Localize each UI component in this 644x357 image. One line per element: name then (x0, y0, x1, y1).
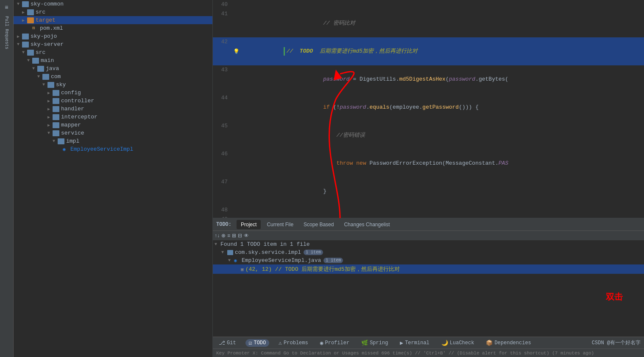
todo-file-label: EmployeeServiceImpl.java (242, 257, 321, 264)
spring-tab-label: Spring (370, 340, 388, 346)
todo-tree-content: Found 1 TODO item in 1 file com.sky.serv… (213, 240, 644, 337)
sidebar-item-com[interactable]: com (14, 73, 212, 81)
folder-icon (53, 98, 59, 104)
problems-icon: ⚠ (279, 340, 282, 346)
sidebar-label: mapper (61, 122, 81, 128)
tab-project[interactable]: Project (237, 220, 261, 229)
todo-item-entry[interactable]: ▣ (42, 12) // TODO 后期需要进行md5加密，然后再进行比对 (213, 264, 644, 274)
tab-current-file[interactable]: Current File (262, 220, 298, 229)
sort-button[interactable]: ↑↓ (215, 233, 220, 239)
line-content: // TODO 后期需要进行md5加密，然后再进行比对 (240, 37, 644, 65)
tab-spring[interactable]: 🌿 Spring (359, 339, 390, 347)
sidebar-item-interceptor[interactable]: interceptor (14, 113, 212, 121)
tab-todo[interactable]: ☑ TODO (245, 339, 270, 347)
line-gutter (232, 205, 240, 215)
sidebar-item-controller[interactable]: controller (14, 97, 212, 105)
sidebar-item-sky-server[interactable]: sky-server (14, 40, 212, 48)
expand-button[interactable]: ⊞ (232, 233, 236, 239)
sidebar-label: sky-common (31, 1, 64, 7)
sidebar-item-sky-pojo[interactable]: sky-pojo (14, 32, 212, 40)
group-button[interactable]: ≡ (227, 233, 230, 239)
sidebar-item-impl[interactable]: impl (14, 137, 212, 145)
tab-terminal[interactable]: ▶ Terminal (397, 339, 432, 347)
line-number: 46 (213, 149, 232, 177)
structure-icon[interactable]: ≡ (1, 2, 13, 14)
sidebar-item-handler[interactable]: handler (14, 105, 212, 113)
line-number: 49 (213, 215, 232, 218)
todo-toolbar: ↑↓ ⊕ ≡ ⊞ ⊟ 👁 (213, 231, 644, 240)
tab-problems[interactable]: ⚠ Problems (276, 339, 310, 347)
java-file-icon: ◉ (234, 258, 240, 264)
tree-arrow (27, 58, 32, 63)
todo-comment-text: // TODO 后期需要进行md5加密，然后再进行比对 (287, 48, 418, 54)
todo-package-item[interactable]: com.sky.service.impl 1 item (213, 248, 644, 256)
code-text: = DigestUtils. (350, 76, 399, 82)
tab-changes-changelist[interactable]: Changes Changelist (340, 220, 394, 229)
code-line-45: 45 //密码错误 (213, 121, 644, 149)
sidebar-item-sky[interactable]: sky (14, 81, 212, 89)
tree-arrow (17, 2, 22, 6)
java-file-icon: ◉ (63, 146, 69, 152)
folder-icon (22, 1, 29, 7)
code-text: .getBytes( (475, 76, 508, 82)
folder-icon (47, 82, 54, 88)
tab-luacheck[interactable]: 🌙 LuaCheck (439, 339, 477, 347)
changed-marker (284, 47, 285, 56)
line-gutter (232, 65, 240, 93)
sidebar-item-mapper[interactable]: mapper (14, 121, 212, 129)
todo-file-badge: 1 item (323, 258, 343, 263)
code-line-44: 44 if (!password.equals(employee.getPass… (213, 93, 644, 121)
project-sidebar: sky-common src target m pom.xml sky-pojo (14, 0, 213, 357)
tree-arrow (47, 98, 53, 104)
todo-panel: TODO: Project Current File Scope Based C… (213, 218, 644, 337)
collapse-button[interactable]: ⊟ (238, 233, 242, 239)
line-number: 43 (213, 65, 232, 93)
todo-tree-arrow (215, 242, 220, 247)
sidebar-label: pom.xml (40, 25, 63, 31)
sidebar-label: sky-server (31, 41, 64, 48)
sidebar-item-employee-service-impl[interactable]: ◉ EmployeeServiceImpl (14, 145, 212, 153)
tab-profiler[interactable]: ◉ Profiler (318, 339, 352, 347)
sidebar-label: java (46, 65, 59, 72)
tab-dependencies[interactable]: 📦 Dependencies (483, 339, 533, 347)
line-gutter (232, 93, 240, 121)
folder-icon (22, 42, 29, 48)
profiler-icon: ◉ (320, 340, 323, 346)
sidebar-label: interceptor (61, 114, 98, 120)
git-icon: ⎇ (219, 340, 225, 346)
code-line-46: 46 throw new PasswordErrorException(Mess… (213, 149, 644, 177)
sidebar-item-service[interactable]: service (14, 129, 212, 137)
sidebar-item-config[interactable]: config (14, 89, 212, 97)
code-view[interactable]: 40 41 // 密码比对 42 💡 (213, 0, 644, 218)
sidebar-label: src (36, 49, 45, 56)
line-gutter (232, 9, 240, 37)
folder-icon (27, 9, 34, 15)
folder-icon (42, 74, 49, 80)
pull-requests-icon[interactable]: Pull Requests (1, 14, 13, 51)
line-gutter (232, 177, 240, 205)
sidebar-item-sky-common[interactable]: sky-common (14, 0, 212, 8)
preview-button[interactable]: 👁 (244, 233, 249, 239)
sidebar-item-src[interactable]: src (14, 8, 212, 16)
tab-scope-based[interactable]: Scope Based (299, 220, 338, 229)
sidebar-label: com (51, 73, 61, 80)
sidebar-label: handler (61, 106, 84, 112)
todo-file-item[interactable]: ◉ EmployeeServiceImpl.java 1 item (213, 256, 644, 264)
sidebar-item-main[interactable]: main (14, 56, 212, 65)
tree-arrow (22, 18, 27, 23)
sidebar-label: sky (56, 82, 66, 88)
spring-icon: 🌿 (361, 340, 368, 346)
folder-icon (227, 250, 233, 255)
code-text: ( (446, 76, 449, 82)
sidebar-item-target[interactable]: target (14, 16, 212, 24)
line-content (240, 205, 644, 215)
code-line-43: 43 password = DigestUtils.md5DigestAsHex… (213, 65, 644, 93)
sidebar-item-pom[interactable]: m pom.xml (14, 24, 212, 32)
line-number: 42 (213, 37, 232, 65)
tab-git[interactable]: ⎇ Git (216, 339, 239, 347)
sidebar-item-java[interactable]: java (14, 65, 212, 73)
todo-root-item[interactable]: Found 1 TODO item in 1 file (213, 240, 644, 248)
sidebar-item-src2[interactable]: src (14, 48, 212, 56)
sidebar-label: target (36, 17, 56, 23)
filter-button[interactable]: ⊕ (221, 233, 226, 239)
